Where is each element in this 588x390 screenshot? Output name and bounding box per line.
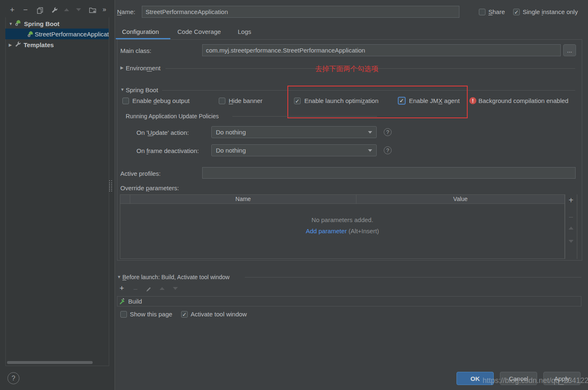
label-text: Enable launch optimi — [304, 97, 362, 104]
remove-row-icon[interactable]: − — [569, 213, 574, 222]
expand-arrow-icon[interactable]: ▼ — [9, 22, 14, 26]
active-profiles-input[interactable] — [202, 167, 576, 179]
chevron-down-icon — [368, 131, 372, 134]
add-task-icon[interactable]: + — [120, 285, 124, 292]
tab-code-coverage[interactable]: Code Coverage — [177, 28, 221, 35]
override-parameters-label: Override parameters: — [120, 184, 179, 191]
more-actions-chevrons-icon[interactable]: » — [103, 6, 106, 13]
add-row-icon[interactable]: + — [569, 197, 574, 203]
on-update-action-select[interactable]: Do nothing — [211, 126, 377, 138]
spring-boot-icon — [14, 19, 22, 28]
check-icon: ✓ — [295, 98, 300, 104]
label-text: Enable — [132, 97, 153, 104]
label-mnemonic: z — [362, 97, 365, 104]
error-icon: ! — [469, 97, 476, 104]
help-icon[interactable]: ? — [384, 146, 392, 154]
label-mnemonic: X — [438, 97, 442, 104]
add-configuration-icon[interactable]: + — [10, 7, 14, 13]
label-text: rame deactivation: — [148, 147, 199, 154]
splitter-grip[interactable] — [109, 180, 112, 191]
question-glyph: ? — [386, 129, 389, 135]
add-parameter-link[interactable]: Add parameter — [306, 227, 347, 234]
label-text: agent — [442, 97, 460, 104]
tree-item-label: StreetPerformanceApplication — [35, 31, 109, 38]
remove-task-icon[interactable]: − — [133, 285, 138, 294]
before-launch-section-label[interactable]: Before launch: Build, Activate tool wind… — [122, 274, 229, 280]
single-instance-checkbox[interactable]: ✓ — [513, 9, 520, 15]
on-frame-deactivation-select[interactable]: Do nothing — [211, 144, 377, 156]
move-down-icon[interactable] — [76, 8, 81, 11]
tree-item-templates[interactable]: ▶ Templates — [5, 39, 109, 50]
horizontal-scrollbar[interactable] — [7, 361, 93, 364]
column-header-name[interactable]: Name — [130, 196, 356, 202]
label-text: ebug output — [157, 97, 189, 104]
main-class-label: Main class: — [120, 47, 151, 54]
section-divider — [232, 116, 377, 117]
tree-item-label: Templates — [24, 41, 54, 48]
move-task-down-icon[interactable] — [173, 287, 178, 290]
label-text: hare — [492, 8, 505, 15]
environment-expand-icon[interactable]: ▶ — [120, 65, 124, 70]
main-class-input[interactable] — [202, 44, 561, 56]
label-text: arameters: — [149, 184, 179, 191]
help-icon[interactable]: ? — [384, 128, 392, 136]
parameters-table: Name Value No parameters added. Add para… — [120, 194, 565, 259]
environment-section-label[interactable]: Environment — [126, 65, 160, 72]
question-glyph: ? — [386, 147, 389, 153]
new-folder-icon[interactable] — [89, 7, 97, 15]
activate-tool-window-checkbox[interactable]: ✓ — [181, 311, 188, 318]
move-up-icon[interactable] — [64, 8, 69, 11]
tree-item-label: Spring Boot — [24, 20, 60, 27]
watermark-text: https://blog.csdn.net/qq_23412263 — [483, 376, 588, 385]
label-text: On ' — [136, 129, 148, 136]
label-mnemonic: S — [488, 8, 492, 15]
enable-jmx-agent-checkbox[interactable]: ✓ — [398, 97, 406, 105]
help-button[interactable]: ? — [7, 372, 19, 384]
show-this-page-checkbox[interactable] — [120, 311, 127, 318]
check-icon: ✓ — [514, 10, 519, 15]
edit-task-pencil-icon[interactable] — [146, 286, 152, 294]
run-configuration-dialog: + − » ▼ Spring Boot StreetPerforma — [0, 0, 588, 390]
move-row-down-icon[interactable] — [569, 240, 574, 243]
collapse-arrow-icon[interactable]: ▶ — [9, 43, 14, 47]
hide-banner-checkbox[interactable] — [219, 98, 225, 104]
name-input[interactable] — [142, 6, 459, 18]
on-frame-deactivation-label: On frame deactivation: — [136, 147, 199, 154]
enable-launch-optimization-checkbox[interactable]: ✓ — [294, 98, 301, 104]
label-text: pdate' action: — [152, 129, 189, 136]
name-label: Name: — [117, 8, 135, 15]
remove-configuration-icon[interactable]: − — [23, 7, 28, 13]
label-mnemonic: H — [229, 97, 233, 104]
label-text: Single — [523, 8, 542, 15]
copy-configuration-icon[interactable] — [37, 7, 43, 15]
check-icon: ✓ — [399, 98, 404, 103]
label-text: Enable JM — [409, 97, 438, 104]
browse-main-class-button[interactable]: ... — [563, 44, 576, 56]
button-label: OK — [471, 375, 480, 382]
share-checkbox[interactable] — [479, 9, 485, 15]
label-text: Environ — [126, 65, 147, 72]
hide-banner-label: Hide banner — [229, 97, 263, 104]
spring-boot-section-label[interactable]: Spring Boot — [126, 86, 158, 93]
enable-debug-output-checkbox[interactable] — [122, 98, 129, 104]
background-compilation-warning: Background compilation enabled — [478, 97, 569, 104]
before-launch-collapse-icon[interactable]: ▼ — [117, 275, 121, 279]
tree-item-selected-configuration[interactable]: StreetPerformanceApplication — [5, 29, 109, 39]
spring-boot-collapse-icon[interactable]: ▼ — [120, 87, 124, 92]
table-toolbar: + − — [565, 194, 577, 259]
move-row-up-icon[interactable] — [569, 227, 574, 230]
tree-item-spring-boot[interactable]: ▼ Spring Boot — [5, 18, 109, 29]
tab-logs[interactable]: Logs — [238, 28, 251, 35]
edit-defaults-wrench-icon[interactable] — [51, 7, 58, 15]
move-task-up-icon[interactable] — [160, 287, 165, 290]
selected-option: Do nothing — [216, 147, 246, 154]
panel-splitter[interactable] — [115, 0, 115, 390]
column-header-value[interactable]: Value — [356, 196, 564, 202]
tab-configuration[interactable]: Configuration — [122, 28, 159, 35]
question-glyph: ? — [12, 375, 15, 382]
add-parameter-shortcut: (Alt+Insert) — [347, 227, 379, 234]
activate-tool-window-label: Activate tool window — [191, 311, 247, 318]
configurations-tree — [5, 17, 109, 366]
before-launch-task-row[interactable]: Build — [117, 296, 581, 306]
label-text: efore launch: Build, Activate tool windo… — [126, 274, 229, 280]
